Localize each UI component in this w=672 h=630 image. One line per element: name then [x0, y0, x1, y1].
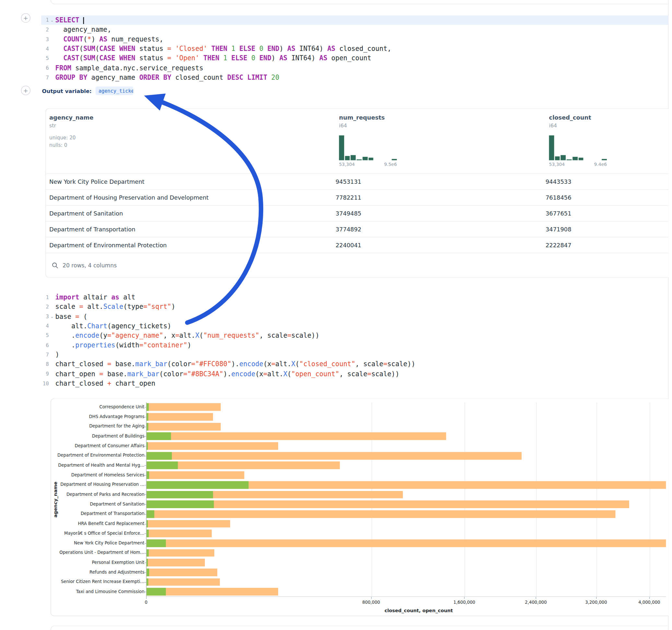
- search-icon[interactable]: [52, 262, 58, 269]
- chart-bar-closed: [146, 588, 278, 596]
- code-text: CAST(SUM(CASE WHEN status = 'Closed' THE…: [55, 45, 669, 53]
- y-axis-tick: [145, 582, 146, 582]
- column-header-agency-name[interactable]: agency_name: [49, 114, 93, 121]
- column-header-closed-count[interactable]: closed_count: [549, 114, 591, 121]
- code-token: (: [95, 45, 99, 53]
- code-line[interactable]: 10chart_closed + chart_open: [41, 379, 669, 388]
- chart-bar-closed: [146, 452, 522, 460]
- code-token: 'Open': [175, 54, 199, 62]
- column-type: i64: [339, 122, 347, 129]
- code-line[interactable]: 3⌄base = (: [41, 312, 669, 321]
- code-line[interactable]: 6FROM sample_data.nyc.service_requests: [41, 63, 669, 73]
- histogram-bar: [362, 157, 367, 161]
- y-axis-tick: [145, 427, 146, 427]
- chart-bar-closed: [146, 539, 666, 547]
- code-text: base = (: [55, 313, 669, 320]
- code-line[interactable]: 9chart_open = base.mark_bar(color="#8BC3…: [41, 369, 669, 379]
- code-line[interactable]: 4 CAST(SUM(CASE WHEN status = 'Closed' T…: [41, 44, 669, 53]
- code-token: =: [79, 303, 83, 311]
- x-axis-tick: [596, 597, 597, 599]
- code-token: =: [143, 303, 147, 311]
- code-token: [207, 45, 211, 53]
- output-variable-pill[interactable]: agency_tickets: [96, 87, 133, 95]
- table-row[interactable]: Department of Transportation377489234719…: [46, 221, 668, 237]
- category-label: Mayorâ€ s Office of Special Enforce…: [51, 529, 144, 538]
- fold-chevron-icon[interactable]: ⌄: [49, 18, 55, 23]
- code-token: chart_closed: [55, 360, 107, 368]
- table-row[interactable]: Department of Sanitation37494853677651: [46, 205, 668, 221]
- category-label: Department of Environmental Protection: [51, 451, 144, 461]
- y-axis-tick: [145, 524, 146, 524]
- code-line[interactable]: 8chart_closed = base.mark_bar(color="#FF…: [41, 359, 669, 369]
- histogram-min: 53,304: [549, 162, 565, 167]
- table-row[interactable]: Department of Environmental Protection22…: [46, 237, 668, 253]
- code-token: LIMIT: [247, 74, 267, 81]
- code-token: AS: [319, 54, 328, 62]
- code-token: =: [107, 332, 111, 340]
- cell-num-requests: 9453131: [336, 178, 546, 185]
- code-line[interactable]: 5 CAST(SUM(CASE WHEN status = 'Open' THE…: [41, 54, 669, 63]
- code-line[interactable]: 7GROUP BY agency_name ORDER BY closed_co…: [41, 73, 669, 82]
- code-token: import: [55, 294, 79, 301]
- code-token: agency_name,: [55, 26, 112, 34]
- code-text: agency_name,: [55, 26, 669, 34]
- code-line[interactable]: 7): [41, 350, 669, 359]
- code-token: "container": [143, 341, 187, 349]
- add-cell-button[interactable]: +: [21, 13, 30, 23]
- line-number: 1: [41, 294, 49, 300]
- fold-chevron-icon[interactable]: ⌄: [49, 314, 55, 319]
- code-token: =: [367, 370, 371, 378]
- code-token: ): [171, 303, 175, 311]
- code-token: X: [291, 360, 295, 368]
- code-token: (: [95, 54, 99, 62]
- code-token: [267, 74, 271, 81]
- code-line[interactable]: 2 agency_name,: [41, 25, 669, 34]
- code-token: scale: [55, 303, 79, 311]
- notebook-canvas: + + 1⌄SELECT 2 agency_name,3 COUNT(*) AS…: [0, 0, 672, 630]
- code-token: (agency_tickets): [107, 322, 171, 330]
- code-token: (x: [263, 360, 271, 368]
- x-axis-tick: [371, 597, 371, 599]
- category-label: Department of Housing Preservation …: [51, 480, 144, 490]
- code-token: =: [175, 332, 179, 340]
- histogram-closed-count: [549, 136, 607, 161]
- code-line[interactable]: 1import altair as alt: [41, 293, 669, 302]
- histogram-bar: [561, 155, 566, 160]
- python-cell[interactable]: 1import altair as alt2scale = alt.Scale(…: [41, 293, 669, 388]
- code-token: encode: [75, 332, 99, 340]
- code-token: (width: [115, 341, 139, 349]
- chart-bar-closed: [146, 520, 230, 528]
- cell-closed-count: 7618456: [546, 194, 668, 201]
- chart-bar-closed: [146, 404, 221, 411]
- code-line[interactable]: 6 .properties(width="container"): [41, 340, 669, 350]
- add-cell-button[interactable]: +: [21, 86, 30, 95]
- line-number: 3: [41, 36, 49, 43]
- previous-cell-border: [51, 0, 668, 4]
- code-line[interactable]: 2scale = alt.Scale(type="sqrt"): [41, 302, 669, 311]
- y-axis-tick: [145, 446, 146, 446]
- table-row[interactable]: New York City Police Department945313194…: [46, 173, 668, 189]
- sql-cell[interactable]: 1⌄SELECT 2 agency_name,3 COUNT(*) AS num…: [41, 16, 669, 82]
- chart-bar-closed: [146, 578, 220, 586]
- code-token: 1: [232, 45, 235, 53]
- code-token: "num_requests": [203, 332, 259, 340]
- code-line[interactable]: 4 alt.Chart(agency_tickets): [41, 321, 669, 331]
- chart-bar-open: [146, 471, 149, 479]
- notebook-viewport: + + 1⌄SELECT 2 agency_name,3 COUNT(*) AS…: [0, 0, 672, 630]
- code-line[interactable]: 1⌄SELECT: [41, 16, 669, 25]
- code-token: "agency_name": [111, 332, 163, 340]
- y-axis-tick: [145, 504, 146, 505]
- code-line[interactable]: 3 COUNT(*) AS num_requests,: [41, 35, 669, 44]
- histogram-bar: [368, 158, 373, 160]
- code-line[interactable]: 5 .encode(y="agency_name", x=alt.X("num_…: [41, 331, 669, 340]
- table-row[interactable]: Department of Housing Preservation and D…: [46, 189, 668, 205]
- code-token: =: [107, 360, 111, 368]
- code-token: , scale: [355, 360, 383, 368]
- code-token: alt.: [179, 332, 195, 340]
- chart-bar-open: [146, 461, 178, 469]
- code-token: SUM: [83, 54, 95, 62]
- column-header-num-requests[interactable]: num_requests: [339, 114, 385, 121]
- code-text: CAST(SUM(CASE WHEN status = 'Open' THEN …: [55, 54, 669, 62]
- code-token: 1: [223, 54, 227, 62]
- y-axis-labels: Correspondence UnitDHS Advantage Program…: [51, 402, 144, 597]
